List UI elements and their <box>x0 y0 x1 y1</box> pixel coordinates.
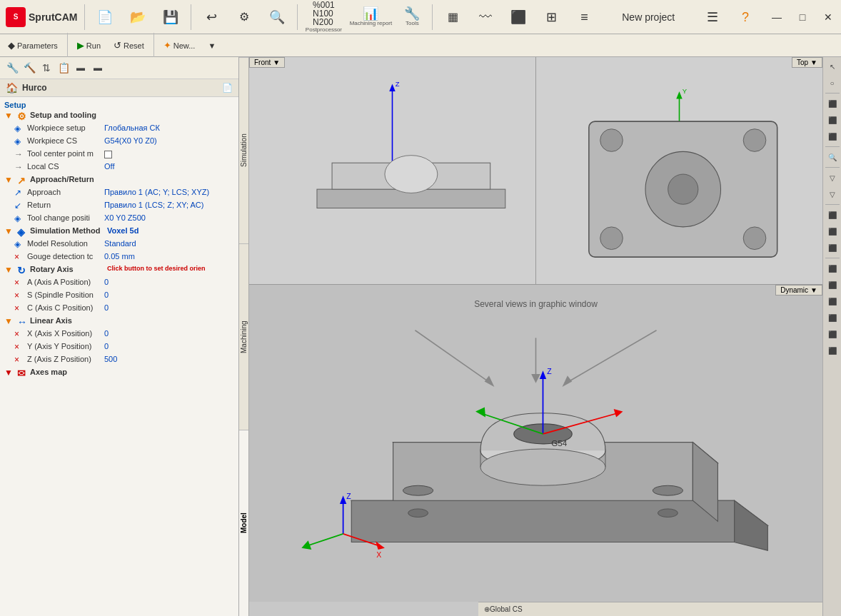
svg-text:Z: Z <box>547 367 552 375</box>
maximize-button[interactable]: □ <box>790 0 815 34</box>
minimize-button[interactable]: — <box>764 0 790 34</box>
view5-button[interactable]: ≡ <box>568 1 600 33</box>
front-view-dropdown[interactable]: Front ▼ <box>249 57 285 68</box>
group-rotary[interactable]: ▼ ↻ Rotary Axis Click button to set desi… <box>0 264 238 277</box>
rs-opt3-button[interactable]: ⬛ <box>825 240 840 256</box>
li-view2-button[interactable]: ▬ <box>90 60 106 76</box>
save-file-button[interactable]: 💾 <box>155 1 186 33</box>
axis-z-item[interactable]: × Z (Axis Z Position) 500 <box>0 354 238 367</box>
svg-text:Z: Z <box>346 492 351 500</box>
rs-filter2-button[interactable]: ▽ <box>825 186 840 202</box>
rs-opt1-button[interactable]: ⬛ <box>825 207 840 223</box>
rs-filter1-button[interactable]: ▽ <box>825 170 840 186</box>
rs-view1-button[interactable]: ⬛ <box>825 96 840 111</box>
rs-opt9-button[interactable]: ⬛ <box>825 343 840 358</box>
tools-button[interactable]: 🔧 Tools <box>396 1 428 33</box>
tab-machining[interactable]: Machining <box>239 243 248 430</box>
rs-opt8-button[interactable]: ⬛ <box>825 326 840 342</box>
parameters-button[interactable]: ◆ Parameters <box>3 38 63 53</box>
view-toolbar: ▦ 〰 ⬛ ⊞ ≡ <box>434 1 603 33</box>
rs-opt5-button[interactable]: ⬛ <box>825 277 840 293</box>
rs-opt6-button[interactable]: ⬛ <box>825 293 840 309</box>
group-simulation[interactable]: ▼ ◈ Simulation Method Voxel 5d <box>0 226 238 238</box>
view4-button[interactable]: ⊞ <box>535 1 567 33</box>
mr-icon: ◈ <box>14 239 24 249</box>
lin-group-icon: ↔ <box>17 316 27 328</box>
new-dropdown-button[interactable]: ▼ <box>203 39 221 52</box>
li-view1-button[interactable]: ▬ <box>73 60 89 76</box>
rs-opt7-button[interactable]: ⬛ <box>825 310 840 325</box>
group-axes-map[interactable]: ▼ ✉ Axes map <box>0 367 238 380</box>
axis-x-item[interactable]: × X (Axis X Position) 0 <box>0 328 238 341</box>
perspective-view-panel[interactable]: Dynamic ▼ Several views in graphic windo… <box>249 285 822 602</box>
project-doc-icon[interactable]: 📄 <box>222 83 233 93</box>
top-view-panel[interactable]: Top ▼ Y X Z <box>536 57 822 284</box>
tab-simulation[interactable]: Simulation <box>239 57 248 243</box>
run-button[interactable]: ▶ Run <box>72 38 106 53</box>
rs-view3-button[interactable]: ⬛ <box>825 128 840 144</box>
tool-center-item[interactable]: → Tool center point m <box>0 148 238 161</box>
top-view-dropdown[interactable]: Top ▼ <box>792 57 822 68</box>
li-list-button[interactable]: 📋 <box>56 60 71 76</box>
reset-button[interactable]: ↺ Reset <box>109 38 149 53</box>
search-button[interactable]: 🔍 <box>261 1 293 33</box>
menu-button[interactable]: ☰ <box>697 1 728 33</box>
undo-button[interactable]: ↩ <box>196 1 227 33</box>
model-resolution-item[interactable]: ◈ Model Resolution Standard <box>0 238 238 251</box>
dynamic-dropdown[interactable]: Dynamic ▼ <box>775 285 822 296</box>
view1-button[interactable]: ▦ <box>437 1 468 33</box>
svg-point-31 <box>743 227 766 250</box>
workpiece-setup-item[interactable]: ◈ Workpiece setup Глобальная СК <box>0 123 238 136</box>
li-sort-button[interactable]: ⇅ <box>39 60 54 76</box>
local-cs-item[interactable]: → Local CS Off <box>0 161 238 174</box>
main-toolbar: %001N100N200 Postprocessor 📊 Machining r… <box>299 1 430 33</box>
rs-view2-button[interactable]: ⬛ <box>825 112 840 128</box>
approach-expand-icon: ▼ <box>4 175 14 185</box>
main-area: 🔧 🔨 ⇅ 📋 ▬ ▬ 🏠 Hurco 📄 Setup ▼ ⚙ Setup an… <box>0 57 841 616</box>
rs-opt2-button[interactable]: ⬛ <box>825 223 840 239</box>
new-operation-button[interactable]: ✦ New... <box>158 38 201 53</box>
machining-report-button[interactable]: 📊 Machining report <box>346 1 395 33</box>
workpiece-cs-item[interactable]: ◈ Workpiece CS G54(X0 Y0 Z0) <box>0 136 238 148</box>
rs-orbit-button[interactable]: ○ <box>825 75 840 91</box>
axis-s-item[interactable]: × S (Spindle Position 0 <box>0 290 238 303</box>
group-approach[interactable]: ▼ ↗ Approach/Return <box>0 174 238 187</box>
tool3d-button[interactable]: ⚙ <box>228 1 260 33</box>
return-item[interactable]: ↙ Return Правило 1 (LCS; Z; XY; AC) <box>0 200 238 213</box>
svg-point-28 <box>600 129 623 152</box>
close-button[interactable]: ✕ <box>815 0 841 34</box>
group-setup-tooling[interactable]: ▼ ⚙ Setup and tooling <box>0 110 238 123</box>
view3-button[interactable]: ⬛ <box>503 1 534 33</box>
parameters-icon: ◆ <box>8 40 15 51</box>
gd-icon: × <box>14 252 24 262</box>
lin-expand-icon: ▼ <box>4 316 14 326</box>
gouge-detection-item[interactable]: × Gouge detection tc 0.05 mm <box>0 251 238 264</box>
svg-text:G54: G54 <box>551 438 568 448</box>
tool-change-item[interactable]: ◈ Tool change positi X0 Y0 Z500 <box>0 213 238 226</box>
help-button[interactable]: ? <box>730 1 761 33</box>
svg-point-50 <box>653 485 683 495</box>
rs-nav-button[interactable]: ↖ <box>825 59 840 74</box>
front-view-panel[interactable]: Front ▼ Z X Y <box>249 57 536 284</box>
rs-opt4-button[interactable]: ⬛ <box>825 261 840 276</box>
view2-button[interactable]: 〰 <box>470 1 501 33</box>
tc-icon: → <box>14 149 24 159</box>
svg-point-27 <box>668 174 698 204</box>
global-cs-label: Global CS <box>490 605 523 613</box>
rs-zoom-button[interactable]: 🔍 <box>825 149 840 165</box>
expand-icon: ▼ <box>4 111 14 121</box>
am-expand-icon: ▼ <box>4 368 14 378</box>
axis-y-item[interactable]: × Y (Axis Y Position) 0 <box>0 341 238 354</box>
new-file-button[interactable]: 📄 <box>89 1 121 33</box>
tab-model[interactable]: Model <box>239 430 248 616</box>
svg-marker-54 <box>540 370 546 379</box>
group-linear[interactable]: ▼ ↔ Linear Axis <box>0 315 238 328</box>
postprocessor-button[interactable]: %001N100N200 Postprocessor <box>302 1 345 33</box>
approach-item[interactable]: ↗ Approach Правило 1 (AC; Y; LCS; XYZ) <box>0 187 238 200</box>
open-file-button[interactable]: 📂 <box>122 1 153 33</box>
window-controls: — □ ✕ <box>764 0 841 34</box>
axis-a-item[interactable]: × A (Axis A Position) 0 <box>0 277 238 290</box>
li-tool-button[interactable]: 🔧 <box>4 60 20 76</box>
li-hammer-button[interactable]: 🔨 <box>21 60 37 76</box>
axis-c-item[interactable]: × C (Axis C Position) 0 <box>0 303 238 315</box>
